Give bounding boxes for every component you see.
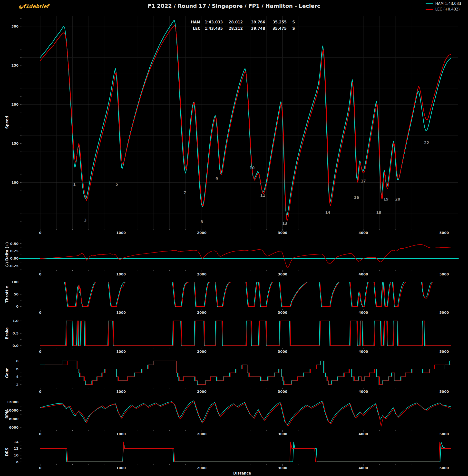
x-tick-label: 2000 — [197, 466, 206, 470]
y-tick-label: 6 — [16, 367, 18, 371]
x-tick-label: 4000 — [359, 432, 368, 436]
x-tick-label: 5000 — [439, 231, 449, 235]
series-lec-speed — [40, 25, 451, 221]
y-tick-label: 200 — [12, 103, 18, 106]
y-tick-label: 4 — [16, 375, 18, 379]
header: @f1debrief F1 2022 / Round 17 / Singapor… — [0, 0, 468, 14]
y-tick-label: 8 — [16, 359, 18, 363]
corner-label-19: 19 — [383, 197, 389, 201]
x-tick-label: 4000 — [359, 272, 368, 276]
series-ham-gear — [40, 361, 451, 385]
x-tick-label: 3000 — [278, 432, 287, 436]
x-tick-label: 0 — [39, 231, 42, 235]
corner-label-10: 10 — [249, 166, 254, 170]
x-tick-label: 5000 — [439, 432, 449, 436]
legend: HAM 1:43.033LEC (+0.402) — [425, 1, 461, 12]
x-tick-label: 5000 — [439, 272, 449, 276]
stats-sector1: 28.212 — [223, 26, 243, 31]
corner-label-17: 17 — [361, 179, 366, 184]
chart-delta-panel: 010002000300040005000-0.250.000.250.50(-… — [0, 238, 468, 278]
x-tick-label: 5000 — [439, 350, 449, 353]
y-tick-label: 8 — [16, 460, 18, 464]
corner-label-22: 22 — [424, 141, 429, 145]
y-tick-label: 0.5 — [13, 331, 18, 335]
x-axis-label: Distance — [233, 471, 251, 476]
y-tick-label: 2 — [16, 383, 18, 387]
series-lec-throttle — [40, 282, 451, 307]
stats-laptime: 1:43.435 — [200, 26, 223, 31]
y-tick-label: 0 — [16, 305, 18, 308]
chart-rpm-panel: 010002000300040005000600080001000012000R… — [0, 396, 468, 438]
y-tick-label: 0.50 — [10, 242, 18, 246]
y-tick-label: 0.00 — [10, 256, 18, 260]
x-tick-label: 3000 — [278, 350, 287, 353]
chart-gear-panel: 0100020003000400050002468Gear — [0, 356, 468, 396]
x-tick-label: 5000 — [439, 390, 449, 394]
y-tick-label: -0.25 — [9, 264, 18, 268]
series-ham-speed — [40, 20, 451, 216]
x-tick-label: 4000 — [359, 466, 368, 470]
x-tick-label: 3000 — [278, 466, 287, 470]
legend-item: LEC (+0.402) — [425, 7, 461, 12]
y-axis-label-brake: Brake — [5, 327, 9, 339]
y-tick-label: 12 — [14, 446, 18, 450]
stats-tyre: S — [287, 20, 295, 24]
y-axis-label-gear: Gear — [5, 368, 9, 378]
y-tick-label: 0.0 — [13, 344, 18, 348]
x-tick-label: 2000 — [197, 432, 206, 436]
x-tick-label: 5000 — [439, 466, 449, 470]
x-tick-label: 1000 — [116, 390, 126, 394]
stats-row-lec: LEC1:43.43528.21239.74835.475S — [190, 25, 295, 32]
legend-line-swatch — [425, 9, 433, 10]
legend-label: HAM 1:43.033 — [435, 1, 461, 6]
legend-label: LEC (+0.402) — [435, 7, 460, 12]
corner-label-5: 5 — [116, 182, 118, 187]
chart-throttle: 010002000300040005000050100Throttle — [0, 278, 468, 317]
y-tick-label: 12000 — [7, 400, 18, 404]
chart-rpm: 010002000300040005000600080001000012000R… — [0, 396, 468, 438]
x-tick-label: 4000 — [359, 350, 368, 353]
chart-delta: 010002000300040005000-0.250.000.250.50(-… — [0, 238, 468, 278]
stats-sector1: 28.012 — [223, 20, 243, 24]
corner-label-1: 1 — [73, 182, 75, 187]
y-tick-label: 14 — [14, 440, 19, 444]
series-lec-drs — [40, 442, 451, 462]
x-tick-label: 2000 — [197, 311, 206, 314]
x-tick-label: 2000 — [197, 390, 206, 394]
stats-driver: HAM — [190, 20, 200, 24]
y-tick-label: 6000 — [9, 426, 18, 430]
series-ham-drs — [40, 442, 451, 462]
x-tick-label: 3000 — [278, 231, 287, 235]
x-tick-label: 2000 — [197, 272, 206, 276]
y-tick-label: 50 — [14, 292, 19, 296]
y-tick-label: 100 — [12, 181, 18, 184]
corner-label-7: 7 — [184, 191, 186, 195]
chart-drs: 0100020003000400050008101214DRSDistance — [0, 438, 468, 476]
chart-throttle-panel: 010002000300040005000050100Throttle — [0, 278, 468, 317]
chart-speed-panel: 010002000300040005000100150200250300Spee… — [0, 14, 468, 238]
stats-sector2: 39.766 — [243, 20, 265, 24]
corner-label-11: 11 — [260, 193, 265, 198]
y-axis-label-rpm: RPM — [5, 409, 9, 418]
x-tick-label: 0 — [39, 272, 42, 276]
chart-brake-panel: 0100020003000400050000.00.51.0Brake — [0, 317, 468, 356]
y-axis-label-throttle: Throttle — [5, 286, 9, 303]
corner-label-16: 16 — [354, 195, 359, 200]
stats-laptime: 1:43.033 — [200, 20, 223, 24]
y-tick-label: 1.0 — [13, 319, 18, 323]
corner-label-3: 3 — [84, 218, 87, 223]
laptime-stats: HAM1:43.03328.01239.76635.255SLEC1:43.43… — [190, 19, 295, 32]
corner-label-18: 18 — [376, 210, 381, 215]
x-tick-label: 1000 — [116, 311, 126, 314]
x-tick-label: 4000 — [359, 390, 368, 394]
y-axis-label-speed: Speed — [5, 116, 9, 129]
x-tick-label: 3000 — [278, 390, 287, 394]
y-tick-label: 300 — [12, 24, 18, 28]
chart-speed: 010002000300040005000100150200250300Spee… — [0, 14, 468, 238]
x-tick-label: 0 — [39, 350, 42, 353]
telemetry-dashboard: @f1debrief F1 2022 / Round 17 / Singapor… — [0, 0, 468, 476]
x-tick-label: 3000 — [278, 311, 287, 314]
series-lec-delta — [40, 245, 451, 268]
y-tick-label: 0.25 — [10, 249, 18, 253]
x-tick-label: 1000 — [116, 466, 126, 470]
